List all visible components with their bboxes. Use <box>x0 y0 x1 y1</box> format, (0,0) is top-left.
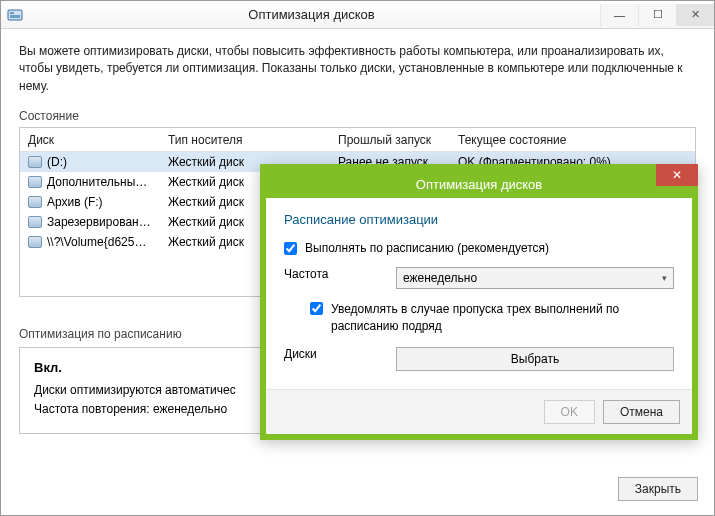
table-header: Диск Тип носителя Прошлый запуск Текущее… <box>20 128 695 152</box>
disks-label: Диски <box>284 347 396 361</box>
frequency-select[interactable]: еженедельно ▾ <box>396 267 674 289</box>
cancel-button[interactable]: Отмена <box>603 400 680 424</box>
run-schedule-checkbox[interactable] <box>284 242 297 255</box>
titlebar: Оптимизация дисков — ☐ ✕ <box>1 1 714 29</box>
dialog-footer: OK Отмена <box>266 389 692 434</box>
window-title: Оптимизация дисков <box>23 7 600 22</box>
dialog-heading: Расписание оптимизации <box>284 212 674 227</box>
close-window-button[interactable]: ✕ <box>676 4 714 26</box>
frequency-label: Частота <box>284 267 396 281</box>
frequency-value: еженедельно <box>403 271 477 285</box>
dialog-close-button[interactable]: ✕ <box>656 164 698 186</box>
run-schedule-label: Выполнять по расписанию (рекомендуется) <box>305 241 549 255</box>
description-text: Вы можете оптимизировать диски, чтобы по… <box>19 43 696 95</box>
choose-disks-button[interactable]: Выбрать <box>396 347 674 371</box>
window-buttons: — ☐ ✕ <box>600 4 714 26</box>
drive-icon <box>28 196 42 208</box>
frequency-row: Частота еженедельно ▾ <box>284 267 674 289</box>
col-status[interactable]: Текущее состояние <box>450 133 695 147</box>
notify-checkbox[interactable] <box>310 302 323 315</box>
drive-icon <box>28 236 42 248</box>
svg-rect-1 <box>10 12 14 14</box>
drive-icon <box>28 156 42 168</box>
app-icon <box>7 7 23 23</box>
minimize-button[interactable]: — <box>600 4 638 26</box>
run-schedule-row: Выполнять по расписанию (рекомендуется) <box>284 241 674 255</box>
svg-rect-2 <box>10 15 20 18</box>
footer: Закрыть <box>1 467 714 515</box>
drive-icon <box>28 216 42 228</box>
state-label: Состояние <box>19 109 696 123</box>
drive-icon <box>28 176 42 188</box>
dialog-title: Оптимизация дисков <box>416 177 542 192</box>
dialog-body: Расписание оптимизации Выполнять по расп… <box>266 198 692 389</box>
col-disk[interactable]: Диск <box>20 133 160 147</box>
maximize-button[interactable]: ☐ <box>638 4 676 26</box>
notify-row: Уведомлять в случае пропуска трех выполн… <box>310 301 674 335</box>
dialog-titlebar: Оптимизация дисков ✕ <box>266 170 692 198</box>
col-last[interactable]: Прошлый запуск <box>330 133 450 147</box>
close-button[interactable]: Закрыть <box>618 477 698 501</box>
col-media[interactable]: Тип носителя <box>160 133 330 147</box>
disks-row: Диски Выбрать <box>284 347 674 371</box>
chevron-down-icon: ▾ <box>662 273 667 283</box>
notify-label: Уведомлять в случае пропуска трех выполн… <box>331 301 674 335</box>
ok-button[interactable]: OK <box>544 400 595 424</box>
schedule-dialog: Оптимизация дисков ✕ Расписание оптимиза… <box>260 164 698 440</box>
